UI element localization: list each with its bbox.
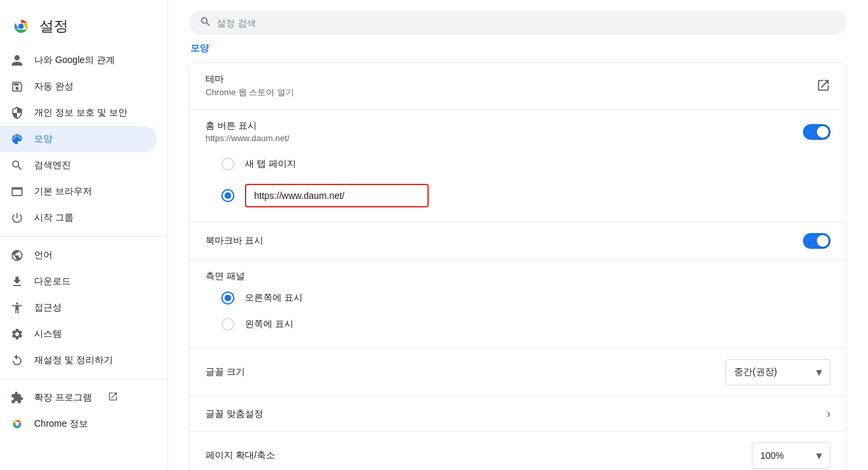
- search-input[interactable]: [217, 18, 836, 28]
- bookmarks-label: 북마크바 표시: [206, 235, 803, 247]
- sidebar-item-autofill[interactable]: 자동 완성: [0, 74, 157, 100]
- sidebar-item-language-label: 언어: [34, 249, 53, 261]
- bookmarks-row: 북마크바 표시: [190, 223, 846, 260]
- font-size-row: 글꼴 크기 중간(권장) ▾: [190, 349, 846, 396]
- nav-divider-1: [0, 236, 167, 237]
- search-icon: [11, 159, 24, 172]
- right-radio-item: 오른쪽에 표시: [221, 285, 831, 311]
- sidebar-item-download-label: 다운로드: [34, 276, 71, 288]
- sidebar-nav: 나와 Google의 관계 자동 완성 개인 정보 보호 및 보안 모양: [0, 47, 167, 459]
- home-button-toggle[interactable]: [803, 124, 831, 140]
- right-side-label: 오른쪽에 표시: [245, 292, 303, 304]
- zoom-dropdown[interactable]: 100% ▾: [752, 442, 831, 469]
- download-icon: [11, 275, 24, 288]
- dropdown-arrow-icon: ▾: [816, 365, 822, 379]
- sidebar-item-google[interactable]: 나와 Google의 관계: [0, 47, 157, 74]
- zoom-row: 페이지 확대/축소 100% ▾: [190, 432, 846, 470]
- sidebar-item-extensions[interactable]: 확장 프로그램: [0, 385, 157, 411]
- power-icon: [11, 211, 24, 224]
- home-button-label: 홈 버튼 표시: [206, 120, 803, 132]
- home-button-sublabel: https://www.daum.net/: [206, 133, 803, 143]
- left-radio-item: 왼쪽에 표시: [221, 311, 831, 337]
- custom-url-radio[interactable]: [221, 189, 234, 202]
- zoom-label: 페이지 확대/축소: [206, 450, 275, 461]
- palette-icon: [11, 133, 24, 146]
- sidebar-item-startup[interactable]: 시작 그룹: [0, 205, 157, 231]
- sidebar-header: 설정: [0, 11, 167, 47]
- theme-row: 테마 Chrome 웹 스토어 열기: [190, 63, 846, 110]
- external-link-icon[interactable]: [816, 78, 831, 95]
- nav-divider-2: [0, 379, 167, 379]
- side-panel-row: 측면 패널 오른쪽에 표시 왼쪽에 표시: [190, 260, 846, 349]
- sidebar-item-privacy[interactable]: 개인 정보 보호 및 보안: [0, 100, 157, 126]
- custom-url-radio-item: [221, 177, 831, 214]
- sidebar-item-accessibility-label: 접근성: [34, 302, 62, 314]
- external-link-icon: [108, 391, 118, 404]
- search-icon: [200, 16, 211, 30]
- theme-sublabel: Chrome 웹 스토어 열기: [206, 87, 816, 98]
- sidebar-item-reset-label: 재설정 및 정리하기: [34, 354, 113, 366]
- sidebar-item-reset[interactable]: 재설정 및 정리하기: [0, 347, 157, 374]
- font-size-label: 글꼴 크기: [206, 366, 245, 378]
- sidebar-item-appearance-label: 모양: [34, 133, 53, 145]
- shield-icon: [11, 106, 24, 119]
- sidebar-item-startup-label: 시작 그룹: [34, 212, 74, 224]
- reset-icon: [11, 354, 24, 367]
- save-icon: [11, 80, 24, 93]
- sidebar-title: 설정: [39, 16, 68, 36]
- side-panel-label: 측면 패널: [206, 270, 831, 282]
- sidebar-item-browser[interactable]: 기본 브라우저: [0, 179, 157, 205]
- sidebar-item-search-label: 검색엔진: [34, 160, 71, 171]
- chevron-right-icon: ›: [827, 407, 831, 421]
- sidebar-item-language[interactable]: 언어: [0, 242, 157, 268]
- svg-point-2: [18, 24, 24, 29]
- sidebar-item-download[interactable]: 다운로드: [0, 268, 157, 295]
- sidebar-item-about-label: Chrome 정보: [34, 418, 88, 430]
- settings-card: 테마 Chrome 웹 스토어 열기 홈 버튼 표시 https://www.d…: [189, 62, 847, 470]
- font-size-dropdown[interactable]: 중간(권장) ▾: [726, 359, 831, 385]
- sidebar-item-accessibility[interactable]: 접근성: [0, 295, 157, 321]
- browser-icon: [11, 185, 24, 198]
- sidebar-item-system[interactable]: 시스템: [0, 321, 157, 347]
- theme-info: 테마 Chrome 웹 스토어 열기: [206, 74, 816, 98]
- main-content: 모양 테마 Chrome 웹 스토어 열기 홈 버튼 표시 https://ww…: [168, 0, 868, 470]
- section-title: 모양: [189, 43, 847, 54]
- sidebar: 설정 나와 Google의 관계 자동 완성 개인 정보 보호 및 보안: [0, 0, 168, 470]
- home-button-row: 홈 버튼 표시 https://www.daum.net/ 새 탭 페이지: [190, 110, 846, 223]
- font-size-value: 중간(권장): [734, 366, 777, 378]
- bookmarks-info: 북마크바 표시: [206, 235, 803, 247]
- font-customize-row[interactable]: 글꼴 맞춤설정 ›: [190, 396, 846, 432]
- sidebar-item-browser-label: 기본 브라우저: [34, 186, 92, 198]
- font-customize-label: 글꼴 맞춤설정: [206, 408, 263, 420]
- accessibility-icon: [11, 301, 24, 314]
- sidebar-item-google-label: 나와 Google의 관계: [34, 54, 115, 66]
- zoom-value: 100%: [760, 450, 784, 461]
- new-tab-radio[interactable]: [221, 158, 234, 171]
- sidebar-item-extensions-label: 확장 프로그램: [34, 392, 92, 404]
- right-side-radio[interactable]: [221, 291, 234, 305]
- chrome-logo-icon: [11, 16, 32, 37]
- search-area: [168, 0, 868, 43]
- left-side-radio[interactable]: [221, 318, 234, 331]
- sidebar-item-system-label: 시스템: [34, 328, 62, 340]
- puzzle-icon: [11, 391, 24, 404]
- globe-icon: [11, 249, 24, 262]
- search-bar: [189, 11, 847, 35]
- sidebar-item-about[interactable]: Chrome 정보: [0, 411, 157, 437]
- person-icon: [11, 54, 24, 67]
- svg-point-4: [16, 423, 19, 426]
- settings-icon: [11, 328, 24, 341]
- zoom-dropdown-arrow-icon: ▾: [816, 448, 822, 463]
- new-tab-radio-item: 새 탭 페이지: [221, 151, 831, 177]
- custom-url-input[interactable]: [245, 184, 429, 207]
- sidebar-item-privacy-label: 개인 정보 보호 및 보안: [34, 107, 127, 119]
- theme-label: 테마: [206, 74, 816, 85]
- home-button-info: 홈 버튼 표시 https://www.daum.net/: [206, 120, 803, 143]
- sidebar-item-search[interactable]: 검색엔진: [0, 152, 157, 179]
- left-side-label: 왼쪽에 표시: [245, 318, 293, 330]
- sidebar-item-appearance[interactable]: 모양: [0, 126, 157, 152]
- sidebar-item-autofill-label: 자동 완성: [34, 81, 74, 93]
- new-tab-radio-label: 새 탭 페이지: [245, 158, 296, 170]
- chrome-info-icon: [11, 417, 24, 431]
- bookmarks-toggle[interactable]: [803, 233, 831, 249]
